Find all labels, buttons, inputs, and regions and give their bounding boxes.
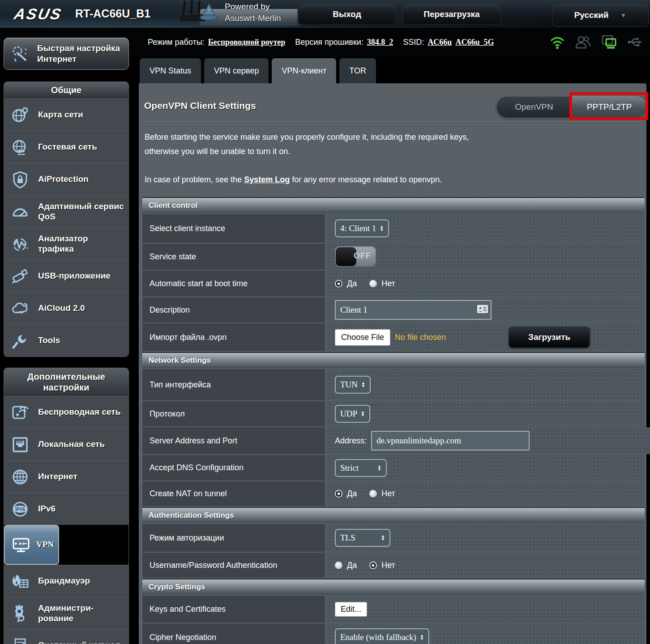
row-keys-certs: Keys and Certificates Edit...: [142, 596, 645, 623]
row-protocol: Протокол UDP ▲▼: [142, 401, 645, 426]
tab-tor[interactable]: TOR: [339, 58, 376, 83]
tab-vpn-server[interactable]: VPN сервер: [204, 58, 269, 83]
sidebar-group-advanced: Дополнительные настройки Беспроводная се…: [4, 368, 129, 644]
openvpn-switch-button[interactable]: OpenVPN: [496, 96, 572, 118]
usb-status-icon[interactable]: [627, 36, 644, 48]
merlin-router-icon: [177, 0, 222, 28]
row-select-client: Select client instance 4: Client 1 ▲▼: [142, 214, 645, 243]
ipv6-icon: IPV6: [9, 500, 32, 519]
tab-vpn-status[interactable]: VPN Status: [140, 58, 201, 83]
quick-setup-label: Быстрая настройка Интернет: [37, 43, 120, 64]
sidebar-item-label: Администри­рование: [38, 603, 125, 624]
asus-logo: ASUS: [13, 5, 64, 23]
system-log-icon: [9, 636, 32, 644]
logout-button[interactable]: Выход: [298, 4, 396, 25]
traffic-wave-icon: [9, 235, 32, 253]
status-icons: [550, 35, 644, 49]
sidebar-item-label: Локальная сеть: [38, 439, 105, 450]
section-crypto: Crypto Settings: [142, 579, 645, 595]
userpass-yes-radio[interactable]: [335, 562, 342, 569]
row-import-ovpn: Импорт файла .ovpn Choose File No file c…: [142, 323, 645, 351]
server-address-input[interactable]: [371, 431, 530, 451]
cloud-icon: [9, 299, 32, 318]
ssid-2-link[interactable]: AC66u_5G: [455, 38, 494, 47]
sidebar-group-title: Общие: [4, 82, 128, 99]
wrench-icon: [9, 331, 32, 350]
auto-start-no-radio[interactable]: [369, 280, 377, 288]
row-cipher-negotiation: Cipher Negotiation Enable (with fallback…: [142, 623, 645, 644]
powered-by-line1: Powered by: [225, 2, 269, 12]
network-map-icon: [9, 106, 32, 125]
sidebar-item-network-map[interactable]: Карта сети: [4, 99, 128, 131]
sidebar-item-label: AiProtection: [38, 174, 89, 185]
select-arrows-icon: ▲▼: [380, 225, 384, 232]
pptp-l2tp-switch-button[interactable]: PPTP/L2TP: [572, 96, 647, 118]
sidebar-item-guest-network[interactable]: Гостевая сеть: [4, 131, 128, 163]
sidebar-item-aiprotection[interactable]: AiProtection: [4, 163, 128, 195]
sidebar-item-tools[interactable]: Tools: [4, 324, 128, 356]
firmware-value-link[interactable]: 384.8_2: [367, 38, 393, 47]
nat-yes-radio[interactable]: [335, 490, 342, 498]
sidebar-item-aicloud[interactable]: AiCloud 2.0: [4, 292, 128, 324]
address-book-icon[interactable]: [477, 305, 488, 315]
sidebar-item-wireless[interactable]: Беспроводная сеть: [4, 396, 128, 428]
auto-start-yes-radio[interactable]: [335, 280, 342, 288]
clients-icon[interactable]: [575, 35, 591, 49]
sidebar-group-general: Общие Карта сети Гостевая сеть AiProtect…: [4, 82, 129, 357]
guest-network-icon: [9, 138, 32, 157]
mode-value-link[interactable]: Беспроводной роутер: [208, 38, 286, 47]
admin-gear-icon: [9, 604, 32, 623]
sidebar-item-usb-app[interactable]: USB-приложение: [4, 260, 128, 292]
sidebar-item-traffic-analyzer[interactable]: Анализатор трафика: [4, 228, 128, 260]
sidebar-item-ipv6[interactable]: IPV6 IPv6: [4, 493, 128, 525]
reboot-button[interactable]: Перезагрузка: [402, 4, 501, 25]
ssid-1-link[interactable]: AC66u: [428, 38, 452, 47]
page-title: OpenVPN Client Settings: [144, 100, 256, 111]
service-state-toggle[interactable]: OFF: [335, 246, 376, 267]
row-create-nat: Create NAT on tunnel Да Нет: [142, 481, 645, 506]
nat-no-radio[interactable]: [369, 490, 377, 498]
internet-globe-icon: [9, 468, 32, 486]
settings-table: Client control Select client instance 4:…: [142, 197, 645, 644]
userpass-no-radio[interactable]: [369, 562, 377, 569]
vpn-tab-bar: VPN Status VPN сервер VPN-клиент TOR: [140, 58, 376, 83]
wireless-icon: [9, 403, 32, 422]
sidebar-item-wan[interactable]: Интернет: [4, 460, 128, 493]
sidebar-item-label: Интернет: [38, 472, 77, 482]
sidebar-group-title: Дополнительные настройки: [4, 368, 128, 396]
auth-mode-select[interactable]: TLS ▲▼: [335, 529, 390, 547]
title-divider: [144, 122, 641, 122]
network-monitor-icon[interactable]: [601, 35, 617, 49]
tab-vpn-client[interactable]: VPN-клиент: [272, 58, 336, 83]
sidebar-item-administration[interactable]: Администри­рование: [4, 597, 128, 629]
upload-button[interactable]: Загрузить: [509, 326, 590, 348]
system-log-link[interactable]: System Log: [244, 175, 290, 184]
dns-config-select[interactable]: Strict ▲▼: [335, 459, 387, 477]
wifi-status-icon[interactable]: [550, 35, 565, 49]
gauge-icon: [9, 202, 32, 221]
file-status-text: No file chosen: [395, 333, 446, 342]
interface-type-select[interactable]: TUN ▲▼: [335, 376, 371, 394]
sidebar-item-firewall[interactable]: Брандмауэр: [4, 565, 128, 597]
sidebar-item-quick-setup[interactable]: Быстрая настройка Интернет: [4, 38, 129, 70]
sidebar-item-vpn[interactable]: VPN: [4, 525, 59, 565]
intro-text: Before starting the service make sure yo…: [145, 130, 469, 159]
sidebar-item-label: Системный журнал: [38, 640, 120, 644]
chevron-down-icon: ▼: [620, 12, 626, 19]
svg-text:IPV6: IPV6: [15, 507, 25, 511]
router-model: RT-AC66U_B1: [75, 7, 150, 20]
client-instance-select[interactable]: 4: Client 1 ▲▼: [335, 219, 389, 237]
vpn-type-switcher: OpenVPN PPTP/L2TP: [496, 96, 647, 118]
description-input[interactable]: [335, 300, 492, 320]
sidebar-item-system-log[interactable]: Системный журнал: [4, 629, 128, 644]
section-authentication: Authentication Settings: [142, 507, 645, 523]
sidebar-item-lan[interactable]: Локальная сеть: [4, 428, 128, 460]
choose-file-button[interactable]: Choose File: [335, 329, 390, 346]
cipher-negotiation-select[interactable]: Enable (with fallback) ▲▼: [335, 628, 429, 644]
protocol-select[interactable]: UDP ▲▼: [335, 405, 370, 423]
row-description: Description: [142, 297, 645, 322]
row-service-state: Service state OFF: [142, 244, 645, 270]
edit-keys-button[interactable]: Edit...: [335, 602, 367, 617]
sidebar-item-qos[interactable]: Адаптивный сервис QoS: [4, 195, 128, 228]
language-select[interactable]: Русский ▼: [552, 4, 649, 27]
